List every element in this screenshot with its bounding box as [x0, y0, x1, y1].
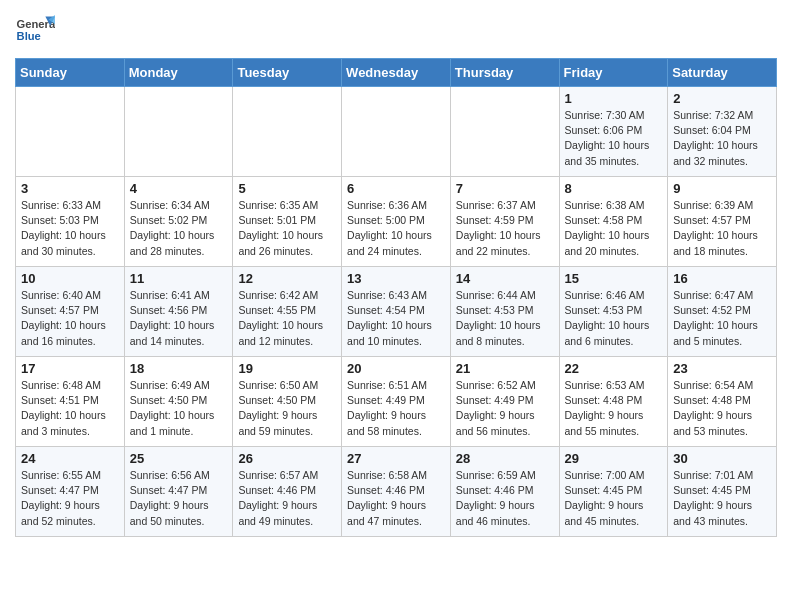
svg-text:Blue: Blue — [17, 30, 41, 42]
calendar-cell: 27Sunrise: 6:58 AM Sunset: 4:46 PM Dayli… — [342, 447, 451, 537]
day-number: 2 — [673, 91, 771, 106]
calendar-cell: 14Sunrise: 6:44 AM Sunset: 4:53 PM Dayli… — [450, 267, 559, 357]
day-info: Sunrise: 7:01 AM Sunset: 4:45 PM Dayligh… — [673, 468, 771, 529]
day-number: 15 — [565, 271, 663, 286]
day-number: 27 — [347, 451, 445, 466]
day-number: 10 — [21, 271, 119, 286]
calendar-table: SundayMondayTuesdayWednesdayThursdayFrid… — [15, 58, 777, 537]
calendar-cell: 24Sunrise: 6:55 AM Sunset: 4:47 PM Dayli… — [16, 447, 125, 537]
day-info: Sunrise: 6:33 AM Sunset: 5:03 PM Dayligh… — [21, 198, 119, 259]
day-info: Sunrise: 6:59 AM Sunset: 4:46 PM Dayligh… — [456, 468, 554, 529]
weekday-header-wednesday: Wednesday — [342, 59, 451, 87]
weekday-header-friday: Friday — [559, 59, 668, 87]
day-info: Sunrise: 6:38 AM Sunset: 4:58 PM Dayligh… — [565, 198, 663, 259]
day-number: 14 — [456, 271, 554, 286]
day-info: Sunrise: 6:43 AM Sunset: 4:54 PM Dayligh… — [347, 288, 445, 349]
calendar-cell: 28Sunrise: 6:59 AM Sunset: 4:46 PM Dayli… — [450, 447, 559, 537]
weekday-header-thursday: Thursday — [450, 59, 559, 87]
day-info: Sunrise: 7:00 AM Sunset: 4:45 PM Dayligh… — [565, 468, 663, 529]
week-row-1: 1Sunrise: 7:30 AM Sunset: 6:06 PM Daylig… — [16, 87, 777, 177]
day-number: 28 — [456, 451, 554, 466]
day-number: 29 — [565, 451, 663, 466]
day-number: 16 — [673, 271, 771, 286]
calendar-cell: 16Sunrise: 6:47 AM Sunset: 4:52 PM Dayli… — [668, 267, 777, 357]
week-row-4: 17Sunrise: 6:48 AM Sunset: 4:51 PM Dayli… — [16, 357, 777, 447]
day-number: 11 — [130, 271, 228, 286]
day-number: 4 — [130, 181, 228, 196]
day-number: 21 — [456, 361, 554, 376]
calendar-cell: 1Sunrise: 7:30 AM Sunset: 6:06 PM Daylig… — [559, 87, 668, 177]
day-number: 3 — [21, 181, 119, 196]
calendar-cell: 12Sunrise: 6:42 AM Sunset: 4:55 PM Dayli… — [233, 267, 342, 357]
day-number: 22 — [565, 361, 663, 376]
day-number: 5 — [238, 181, 336, 196]
day-number: 19 — [238, 361, 336, 376]
day-info: Sunrise: 6:36 AM Sunset: 5:00 PM Dayligh… — [347, 198, 445, 259]
calendar-cell: 23Sunrise: 6:54 AM Sunset: 4:48 PM Dayli… — [668, 357, 777, 447]
day-info: Sunrise: 6:47 AM Sunset: 4:52 PM Dayligh… — [673, 288, 771, 349]
page-header: General Blue — [15, 10, 777, 50]
day-info: Sunrise: 6:49 AM Sunset: 4:50 PM Dayligh… — [130, 378, 228, 439]
day-number: 12 — [238, 271, 336, 286]
day-number: 18 — [130, 361, 228, 376]
week-row-3: 10Sunrise: 6:40 AM Sunset: 4:57 PM Dayli… — [16, 267, 777, 357]
day-info: Sunrise: 6:34 AM Sunset: 5:02 PM Dayligh… — [130, 198, 228, 259]
calendar-cell — [342, 87, 451, 177]
day-info: Sunrise: 7:30 AM Sunset: 6:06 PM Dayligh… — [565, 108, 663, 169]
calendar-cell: 8Sunrise: 6:38 AM Sunset: 4:58 PM Daylig… — [559, 177, 668, 267]
day-info: Sunrise: 6:48 AM Sunset: 4:51 PM Dayligh… — [21, 378, 119, 439]
day-info: Sunrise: 6:39 AM Sunset: 4:57 PM Dayligh… — [673, 198, 771, 259]
day-number: 8 — [565, 181, 663, 196]
logo: General Blue — [15, 10, 59, 50]
weekday-header-sunday: Sunday — [16, 59, 125, 87]
calendar-cell: 19Sunrise: 6:50 AM Sunset: 4:50 PM Dayli… — [233, 357, 342, 447]
calendar-cell: 13Sunrise: 6:43 AM Sunset: 4:54 PM Dayli… — [342, 267, 451, 357]
day-number: 20 — [347, 361, 445, 376]
calendar-cell: 7Sunrise: 6:37 AM Sunset: 4:59 PM Daylig… — [450, 177, 559, 267]
calendar-cell: 9Sunrise: 6:39 AM Sunset: 4:57 PM Daylig… — [668, 177, 777, 267]
day-info: Sunrise: 6:46 AM Sunset: 4:53 PM Dayligh… — [565, 288, 663, 349]
calendar-cell: 11Sunrise: 6:41 AM Sunset: 4:56 PM Dayli… — [124, 267, 233, 357]
day-info: Sunrise: 6:41 AM Sunset: 4:56 PM Dayligh… — [130, 288, 228, 349]
day-info: Sunrise: 6:51 AM Sunset: 4:49 PM Dayligh… — [347, 378, 445, 439]
day-info: Sunrise: 6:44 AM Sunset: 4:53 PM Dayligh… — [456, 288, 554, 349]
day-number: 30 — [673, 451, 771, 466]
week-row-2: 3Sunrise: 6:33 AM Sunset: 5:03 PM Daylig… — [16, 177, 777, 267]
day-info: Sunrise: 6:42 AM Sunset: 4:55 PM Dayligh… — [238, 288, 336, 349]
calendar-cell: 2Sunrise: 7:32 AM Sunset: 6:04 PM Daylig… — [668, 87, 777, 177]
calendar-cell: 18Sunrise: 6:49 AM Sunset: 4:50 PM Dayli… — [124, 357, 233, 447]
weekday-header-tuesday: Tuesday — [233, 59, 342, 87]
calendar-cell: 30Sunrise: 7:01 AM Sunset: 4:45 PM Dayli… — [668, 447, 777, 537]
calendar-cell — [233, 87, 342, 177]
calendar-cell: 3Sunrise: 6:33 AM Sunset: 5:03 PM Daylig… — [16, 177, 125, 267]
calendar-cell: 15Sunrise: 6:46 AM Sunset: 4:53 PM Dayli… — [559, 267, 668, 357]
calendar-cell: 29Sunrise: 7:00 AM Sunset: 4:45 PM Dayli… — [559, 447, 668, 537]
day-number: 7 — [456, 181, 554, 196]
day-number: 1 — [565, 91, 663, 106]
day-number: 13 — [347, 271, 445, 286]
day-info: Sunrise: 6:50 AM Sunset: 4:50 PM Dayligh… — [238, 378, 336, 439]
day-info: Sunrise: 6:57 AM Sunset: 4:46 PM Dayligh… — [238, 468, 336, 529]
day-number: 26 — [238, 451, 336, 466]
day-info: Sunrise: 6:40 AM Sunset: 4:57 PM Dayligh… — [21, 288, 119, 349]
calendar-cell: 17Sunrise: 6:48 AM Sunset: 4:51 PM Dayli… — [16, 357, 125, 447]
day-info: Sunrise: 7:32 AM Sunset: 6:04 PM Dayligh… — [673, 108, 771, 169]
weekday-header-row: SundayMondayTuesdayWednesdayThursdayFrid… — [16, 59, 777, 87]
day-number: 23 — [673, 361, 771, 376]
calendar-cell: 6Sunrise: 6:36 AM Sunset: 5:00 PM Daylig… — [342, 177, 451, 267]
day-info: Sunrise: 6:52 AM Sunset: 4:49 PM Dayligh… — [456, 378, 554, 439]
calendar-cell: 5Sunrise: 6:35 AM Sunset: 5:01 PM Daylig… — [233, 177, 342, 267]
day-number: 24 — [21, 451, 119, 466]
day-info: Sunrise: 6:58 AM Sunset: 4:46 PM Dayligh… — [347, 468, 445, 529]
day-info: Sunrise: 6:37 AM Sunset: 4:59 PM Dayligh… — [456, 198, 554, 259]
day-info: Sunrise: 6:53 AM Sunset: 4:48 PM Dayligh… — [565, 378, 663, 439]
day-info: Sunrise: 6:54 AM Sunset: 4:48 PM Dayligh… — [673, 378, 771, 439]
calendar-cell — [450, 87, 559, 177]
calendar-cell: 22Sunrise: 6:53 AM Sunset: 4:48 PM Dayli… — [559, 357, 668, 447]
calendar-cell — [124, 87, 233, 177]
day-number: 25 — [130, 451, 228, 466]
weekday-header-saturday: Saturday — [668, 59, 777, 87]
calendar-cell: 20Sunrise: 6:51 AM Sunset: 4:49 PM Dayli… — [342, 357, 451, 447]
day-number: 9 — [673, 181, 771, 196]
day-info: Sunrise: 6:55 AM Sunset: 4:47 PM Dayligh… — [21, 468, 119, 529]
